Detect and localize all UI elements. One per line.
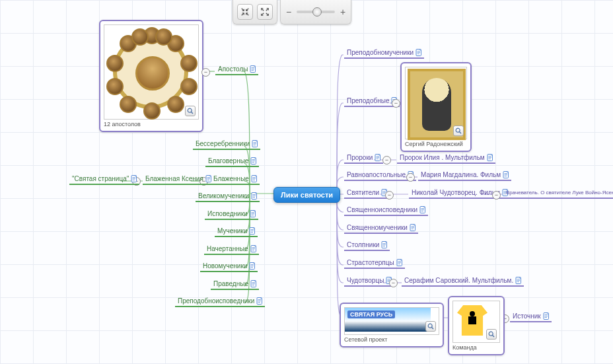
doc-icon (375, 154, 381, 161)
magnify-button[interactable] (486, 329, 497, 340)
node-blazh-ksenia[interactable]: Блаженная Ксения (143, 174, 214, 185)
toggle-ravnoap[interactable] (406, 173, 415, 182)
node-mucheniki[interactable]: Мученики (215, 227, 258, 237)
doc-icon (251, 192, 258, 200)
magnify-button[interactable] (453, 126, 464, 136)
doc-icon (543, 312, 550, 320)
node-svyaschispoved[interactable]: Священноисповедники (344, 205, 428, 216)
collapse-icon (240, 7, 250, 17)
doc-icon (410, 224, 416, 231)
leaf-prorok-ilia[interactable]: Пророк Илия . Мультфильм (397, 153, 495, 164)
toggle-chudotvor[interactable] (389, 279, 398, 287)
expand-all-button[interactable] (257, 4, 273, 20)
node-svyaschmuch[interactable]: Священномученики (344, 223, 418, 234)
zoom-slider-thumb[interactable] (312, 7, 322, 17)
node-holy-page[interactable]: "Святая страница" (69, 174, 139, 185)
image-tag: СВЯТАЯ РУСЬ (347, 310, 395, 318)
image-apostles (104, 24, 199, 120)
fit-group (233, 0, 277, 24)
node-ispoved[interactable]: Исповедники (205, 209, 258, 220)
image-setevoi: СВЯТАЯ РУСЬ (344, 307, 439, 335)
doc-icon (251, 175, 258, 182)
doc-icon (250, 210, 256, 217)
doc-icon (396, 259, 403, 266)
toolbar: − + (233, 0, 351, 24)
leaf-maria-magd[interactable]: Мария Магдалина. Фильм (418, 170, 511, 181)
zoom-out-button[interactable]: − (285, 7, 293, 17)
doc-icon (249, 262, 256, 270)
card-sergius[interactable]: Сергий Радонежский (400, 62, 472, 152)
doc-icon (419, 206, 426, 213)
zoom-in-button[interactable]: + (339, 7, 347, 17)
caption-sergius: Сергий Радонежский (405, 141, 467, 147)
doc-icon (487, 154, 493, 161)
doc-icon (131, 175, 137, 182)
caption-apostles: 12 апостолов (104, 121, 199, 127)
node-stolpniki[interactable]: Столпники (344, 240, 390, 251)
toggle-nikolay[interactable] (492, 191, 501, 200)
magnify-button[interactable] (185, 106, 196, 116)
node-velikomuch[interactable]: Великомученики (196, 192, 260, 202)
doc-icon (250, 157, 257, 164)
doc-icon (503, 171, 509, 178)
card-setevoi[interactable]: СВЯТАЯ РУСЬ Сетевой проект (340, 303, 444, 347)
toggle-apostoly[interactable] (201, 68, 210, 77)
zoom-group: − + (280, 0, 351, 24)
doc-icon (381, 241, 388, 248)
leaf-vrachevatel[interactable]: Врачеватель. О святителе Луке Войно-Ясен… (503, 188, 613, 199)
magnify-button[interactable] (425, 321, 436, 332)
toggle-proroki[interactable] (382, 156, 391, 164)
node-prepodispoved[interactable]: Преподобноисповедники (175, 297, 265, 307)
node-bessrebr[interactable]: Бессеребренники (193, 139, 260, 150)
root-label: Лики святости (281, 191, 333, 199)
doc-icon (249, 227, 256, 235)
doc-icon (250, 245, 257, 252)
doc-icon (515, 277, 522, 284)
doc-icon (205, 175, 212, 182)
node-istochnik[interactable]: Источник (510, 312, 552, 322)
node-ravnoap[interactable]: Равноапостольные (344, 170, 416, 181)
card-komanda[interactable]: Команда (448, 296, 505, 355)
zoom-slider-track[interactable] (297, 11, 335, 13)
toggle-prepodobnye[interactable] (392, 99, 400, 108)
node-svyatiteli[interactable]: Святители (344, 188, 390, 199)
doc-icon (415, 49, 422, 56)
root-node[interactable]: Лики святости (273, 187, 340, 203)
collapse-all-button[interactable] (237, 4, 253, 20)
leaf-serafim[interactable]: Серафим Саровский. Мультфильм. (402, 276, 524, 287)
image-komanda (452, 301, 500, 343)
node-strastoterp[interactable]: Страстотерпцы (344, 258, 405, 269)
image-sergius (405, 67, 467, 139)
node-blazhennye[interactable]: Блаженные (211, 174, 260, 185)
node-chudotvor[interactable]: Чудотворцы (344, 276, 394, 287)
node-nachertannye[interactable]: Начертанные (204, 244, 259, 255)
card-apostles[interactable]: 12 апостолов (99, 20, 203, 132)
doc-icon (250, 65, 256, 73)
caption-setevoi: Сетевой проект (344, 336, 439, 343)
doc-icon (252, 140, 258, 147)
node-novomuch[interactable]: Новомученики (200, 262, 258, 272)
node-pravednye[interactable]: Праведные (211, 279, 259, 290)
node-proroki[interactable]: Пророки (344, 153, 383, 164)
doc-icon (250, 280, 257, 287)
doc-icon (256, 297, 263, 305)
caption-komanda: Команда (452, 344, 500, 351)
node-apostoly[interactable]: Апостолы (215, 65, 258, 75)
expand-icon (260, 7, 270, 17)
toggle-svyatiteli[interactable] (385, 191, 394, 200)
node-prepodmuch[interactable]: Преподобномученики (344, 48, 424, 59)
zoom-slider[interactable] (297, 11, 335, 13)
node-blagovern[interactable]: Благоверные (205, 157, 259, 167)
